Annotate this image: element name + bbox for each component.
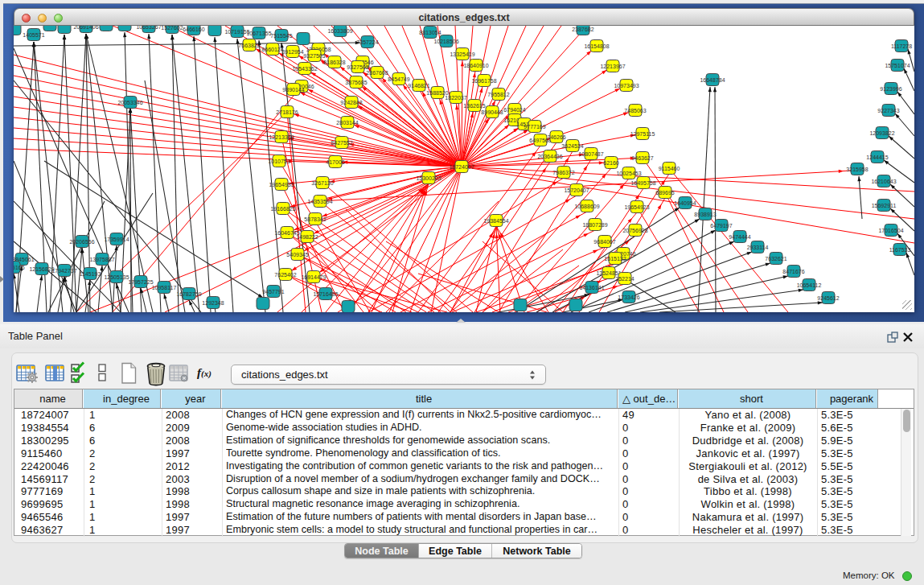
svg-text:12975115: 12975115 (630, 131, 655, 137)
svg-text:1405571: 1405571 (23, 32, 44, 38)
svg-text:7955812: 7955812 (487, 92, 509, 97)
svg-text:9115460: 9115460 (659, 166, 680, 171)
svg-text:3267130: 3267130 (311, 180, 333, 186)
svg-text:8186328: 8186328 (323, 60, 345, 65)
svg-text:15300203: 15300203 (416, 175, 441, 181)
svg-text:2803144: 2803144 (336, 120, 358, 126)
svg-text:14136141: 14136141 (579, 285, 604, 290)
svg-text:3624534: 3624534 (561, 143, 583, 149)
svg-text:13975887: 13975887 (89, 257, 114, 262)
svg-text:14353594: 14353594 (307, 199, 332, 204)
svg-text:19654923: 19654923 (624, 204, 649, 210)
svg-text:1615132: 1615132 (604, 256, 626, 262)
svg-text:16961758: 16961758 (471, 78, 496, 84)
svg-text:16782759: 16782759 (176, 291, 201, 297)
svg-text:1010753: 1010753 (268, 159, 290, 164)
svg-text:9890144: 9890144 (282, 87, 304, 93)
svg-text:7663822: 7663822 (238, 43, 260, 48)
svg-text:7357224: 7357224 (356, 39, 378, 45)
svg-text:9327503: 9327503 (303, 53, 325, 59)
svg-text:252214: 252214 (615, 276, 634, 282)
svg-text:7625402: 7625402 (274, 272, 296, 278)
svg-text:5409345: 5409345 (286, 252, 308, 257)
svg-text:9242848: 9242848 (340, 100, 362, 105)
svg-text:18807289: 18807289 (582, 222, 607, 228)
svg-text:7485063: 7485063 (624, 108, 646, 113)
svg-text:9327505: 9327505 (347, 64, 368, 70)
svg-text:2867608: 2867608 (366, 70, 388, 76)
svg-text:16033809: 16033809 (327, 28, 352, 34)
svg-text:9245612: 9245612 (817, 295, 839, 301)
svg-text:2387682: 2387682 (572, 27, 593, 32)
svg-text:7986372: 7986372 (552, 170, 574, 175)
svg-text:20691406: 20691406 (73, 26, 98, 30)
svg-text:10653267: 10653267 (136, 26, 161, 30)
svg-text:19654935: 19654935 (269, 182, 294, 187)
svg-text:10671355: 10671355 (246, 31, 271, 36)
svg-text:8660124: 8660124 (261, 47, 283, 52)
svg-text:9457791: 9457791 (262, 289, 284, 295)
svg-text:3915166: 3915166 (14, 265, 25, 270)
svg-text:7515545: 7515545 (270, 33, 292, 39)
svg-text:10654112: 10654112 (797, 282, 822, 288)
svg-text:12093822: 12093822 (869, 130, 894, 136)
svg-text:17016504: 17016504 (878, 228, 903, 233)
svg-text:16914479: 16914479 (301, 274, 326, 280)
svg-text:19166825: 19166825 (270, 206, 295, 212)
svg-text:15692911: 15692911 (872, 203, 897, 208)
svg-text:62160: 62160 (603, 160, 619, 166)
svg-text:20756928: 20756928 (622, 228, 647, 233)
svg-text:7632621: 7632621 (765, 256, 786, 262)
svg-text:16648784: 16648784 (700, 77, 725, 83)
svg-text:1527602: 1527602 (161, 26, 183, 31)
svg-text:16154808: 16154808 (584, 43, 609, 49)
svg-text:8990448: 8990448 (481, 109, 503, 115)
svg-text:1117278: 1117278 (891, 43, 912, 49)
svg-text:1822037: 1822037 (445, 95, 466, 101)
svg-text:9684067: 9684067 (593, 239, 615, 245)
svg-text:9146821: 9146821 (408, 83, 429, 89)
svg-text:8454749: 8454749 (388, 76, 409, 82)
svg-text:16210643: 16210643 (871, 179, 896, 184)
svg-text:12213967: 12213967 (600, 64, 625, 69)
svg-text:17359914: 17359914 (104, 237, 129, 242)
svg-text:9463627: 9463627 (631, 155, 653, 161)
svg-text:3912954: 3912954 (281, 49, 303, 55)
svg-text:20364436: 20364436 (537, 154, 562, 159)
svg-text:1292348: 1292348 (202, 300, 224, 306)
svg-text:8938913: 8938913 (694, 212, 716, 217)
svg-text:12156829: 12156829 (29, 266, 54, 272)
svg-text:10218506: 10218506 (433, 39, 458, 44)
svg-text:10958117: 10958117 (152, 285, 177, 290)
svg-text:9777169: 9777169 (524, 124, 545, 130)
svg-text:17957225: 17957225 (128, 279, 153, 285)
svg-text:2933114: 2933114 (747, 245, 769, 250)
svg-text:20053346: 20053346 (117, 100, 142, 105)
svg-text:18640910: 18640910 (463, 63, 488, 68)
svg-text:1244415: 1244415 (866, 154, 888, 160)
svg-text:9227343: 9227343 (877, 108, 899, 113)
svg-text:15716485: 15716485 (313, 291, 338, 297)
svg-text:20206556: 20206556 (69, 239, 94, 245)
svg-text:1640954: 1640954 (674, 200, 696, 206)
svg-text:746266: 746266 (547, 134, 565, 140)
svg-text:10543362: 10543362 (292, 66, 317, 72)
svg-text:18724007: 18724007 (449, 164, 474, 170)
svg-text:17942737: 17942737 (51, 268, 76, 274)
svg-text:1498222: 1498222 (296, 234, 318, 240)
svg-text:8471676: 8471676 (782, 269, 804, 274)
svg-text:2718176: 2718176 (276, 109, 298, 115)
svg-text:19384554: 19384554 (483, 218, 508, 224)
svg-text:6479197: 6479197 (710, 223, 732, 229)
svg-text:1733426: 1733426 (618, 295, 639, 300)
svg-text:6466160: 6466160 (183, 27, 204, 32)
svg-text:1167533: 1167533 (889, 247, 911, 253)
svg-text:5878342: 5878342 (304, 216, 326, 222)
svg-text:689695: 689695 (655, 190, 674, 196)
svg-text:13524851: 13524851 (596, 270, 621, 276)
svg-text:8427552: 8427552 (331, 140, 352, 146)
svg-text:13325419: 13325419 (450, 51, 474, 57)
svg-text:12213369: 12213369 (269, 134, 294, 140)
svg-text:1145193: 1145193 (80, 271, 101, 277)
svg-text:8813054: 8813054 (419, 30, 441, 35)
